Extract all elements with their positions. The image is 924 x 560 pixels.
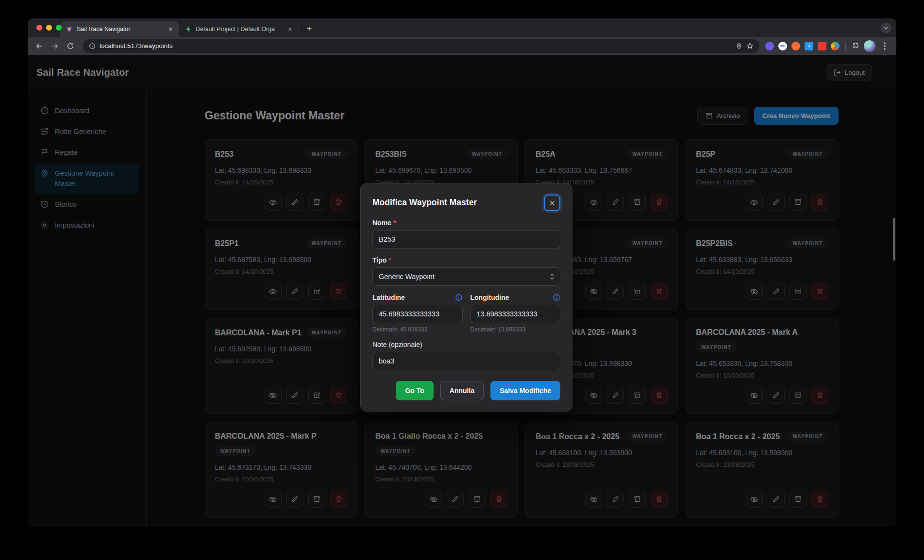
extension-icon-j[interactable]: J: [805, 42, 813, 50]
site-info-icon[interactable]: [89, 43, 96, 49]
maximize-window-button[interactable]: [56, 25, 62, 31]
scrollbar-thumb[interactable]: [893, 218, 895, 261]
app-page: Sail Race Navigator Logout Dashboard: [28, 55, 896, 527]
extension-icon-multicolor[interactable]: [831, 42, 840, 50]
tipo-select[interactable]: [372, 267, 560, 286]
tab-close-icon[interactable]: ✕: [286, 25, 294, 33]
url-text[interactable]: localhost:5173/waypoints: [100, 42, 732, 49]
latitudine-label: Latitudine: [372, 294, 405, 301]
new-tab-button[interactable]: +: [303, 22, 316, 35]
extensions-puzzle-icon[interactable]: [852, 42, 859, 50]
tab-title: Sail Race Navigator: [77, 26, 163, 33]
note-label: Note (opzionale): [372, 341, 560, 348]
select-chevrons-icon: [549, 272, 555, 283]
longitude-input[interactable]: [470, 305, 561, 323]
arrow-right-icon: [50, 42, 59, 50]
chevron-down-icon: [884, 26, 889, 31]
tab-title: Default Project | Default Orga: [196, 26, 282, 33]
extension-icons: zm J: [765, 40, 891, 52]
close-icon: [549, 199, 556, 207]
longitude-decimal-helper: Decimale: 13.698333: [470, 326, 561, 333]
close-window-button[interactable]: [36, 25, 42, 31]
url-bar[interactable]: localhost:5173/waypoints: [83, 39, 759, 53]
vite-icon: [66, 26, 73, 33]
extension-icon-purple[interactable]: [765, 42, 774, 50]
desktop-background: Sail Race Navigator ✕ Default Project | …: [0, 0, 924, 560]
latitude-info-icon[interactable]: [455, 294, 463, 301]
minimize-window-button[interactable]: [46, 25, 52, 31]
modal-close-button[interactable]: [544, 195, 560, 211]
browser-menu-icon[interactable]: [880, 42, 890, 50]
latitude-decimal-helper: Decimale: 45.698333: [372, 326, 463, 333]
tab-search-button[interactable]: [881, 23, 891, 33]
tab-divider: [299, 24, 299, 33]
bookmark-star-icon[interactable]: [746, 42, 754, 49]
browser-window: Sail Race Navigator ✕ Default Project | …: [28, 18, 896, 527]
browser-tab-strip: Sail Race Navigator ✕ Default Project | …: [28, 18, 896, 37]
latitude-input[interactable]: [372, 305, 463, 323]
goto-button[interactable]: Go To: [396, 381, 433, 400]
profile-avatar[interactable]: [864, 40, 875, 52]
supabase-bolt-icon: [185, 26, 192, 33]
forward-button[interactable]: [48, 39, 62, 53]
tipo-label: Tipo*: [372, 256, 560, 264]
nome-input[interactable]: [372, 230, 560, 248]
reload-button[interactable]: [64, 39, 77, 53]
required-asterisk: *: [393, 219, 396, 227]
modal-title: Modifica Waypoint Master: [372, 195, 477, 208]
tab-default-project[interactable]: Default Project | Default Orga ✕: [179, 21, 299, 37]
cancel-button[interactable]: Annulla: [440, 381, 484, 400]
longitude-info-icon[interactable]: [553, 294, 560, 301]
longitudine-label: Longitudine: [470, 294, 509, 301]
note-input[interactable]: [372, 352, 560, 370]
edit-waypoint-modal: Modifica Waypoint Master Nome* Tipo*: [360, 183, 572, 412]
arrow-left-icon: [35, 42, 44, 50]
tab-close-icon[interactable]: ✕: [167, 25, 174, 33]
tab-sail-race-navigator[interactable]: Sail Race Navigator ✕: [60, 21, 179, 37]
back-button[interactable]: [33, 39, 46, 53]
extension-icon-orange[interactable]: [791, 42, 800, 50]
save-button[interactable]: Salva Modifiche: [490, 381, 560, 400]
toolbar-divider: [845, 42, 846, 50]
location-pin-icon[interactable]: [736, 43, 742, 49]
extension-icon-red[interactable]: [818, 42, 826, 50]
nome-label: Nome*: [372, 219, 560, 227]
reload-icon: [67, 42, 74, 50]
extension-icon-zm[interactable]: zm: [778, 42, 787, 50]
required-asterisk: *: [388, 256, 391, 264]
window-controls: [36, 25, 62, 31]
browser-toolbar: localhost:5173/waypoints zm J: [28, 37, 896, 55]
